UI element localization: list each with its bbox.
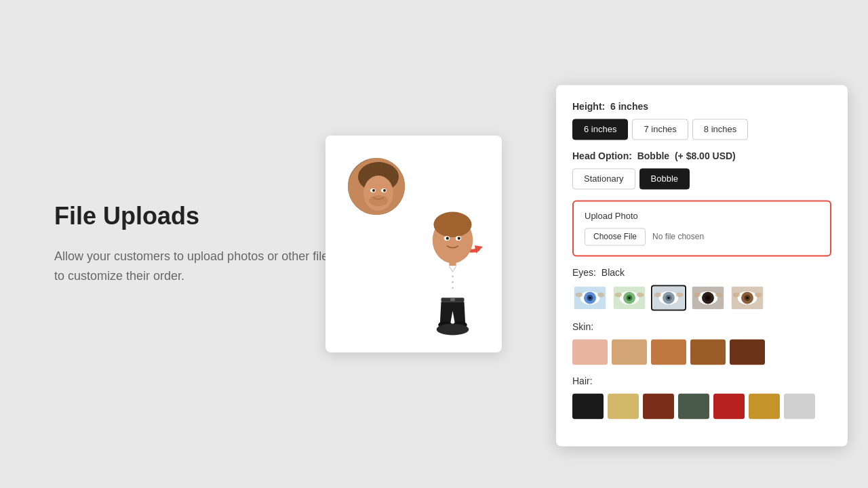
hair-swatch-black[interactable]	[572, 393, 604, 419]
skin-swatch-tan[interactable]	[690, 339, 726, 365]
svg-point-10	[433, 212, 471, 237]
svg-point-30	[597, 292, 605, 297]
head-option-row: Head Option: Bobble (+ $8.00 USD) Statio…	[572, 150, 831, 189]
page-description: Allow your customers to upload photos or…	[54, 247, 339, 286]
svg-point-6	[383, 189, 386, 192]
head-btn-stationary[interactable]: Stationary	[572, 168, 635, 189]
eye-svg-gray	[652, 286, 685, 309]
eyes-option-row: Eyes: Black	[572, 267, 831, 310]
hair-swatch-silver[interactable]	[784, 393, 815, 419]
eye-swatch-brown[interactable]	[730, 285, 765, 310]
skin-swatch-medium[interactable]	[651, 339, 686, 365]
svg-point-51	[715, 292, 723, 297]
hair-swatch-golden[interactable]	[749, 393, 780, 419]
hair-swatch-auburn[interactable]	[643, 393, 674, 419]
human-photo-container	[346, 156, 407, 217]
svg-point-35	[628, 297, 631, 300]
svg-point-23	[437, 324, 469, 336]
svg-point-50	[694, 292, 701, 297]
eye-swatch-green[interactable]	[612, 285, 647, 310]
hair-label: Hair:	[572, 375, 831, 386]
height-label: Height: 6 inches	[572, 101, 831, 112]
svg-point-49	[707, 297, 709, 300]
eye-svg-green	[613, 286, 646, 309]
eye-swatch-dark[interactable]	[690, 285, 726, 310]
height-btn-group: 6 inches 7 inches 8 inches	[572, 119, 831, 140]
eye-svg-blue	[574, 286, 606, 309]
svg-point-13	[446, 237, 449, 240]
svg-point-7	[369, 195, 388, 206]
photo-card	[326, 136, 502, 352]
hair-swatch-dark-green[interactable]	[678, 393, 709, 419]
head-btn-bobble[interactable]: Bobble	[639, 168, 690, 189]
eye-svg-dark	[692, 286, 724, 309]
hair-swatch-red[interactable]	[713, 393, 745, 419]
height-btn-7[interactable]: 7 inches	[632, 119, 688, 140]
svg-point-44	[676, 292, 684, 297]
skin-swatches	[572, 339, 831, 365]
svg-rect-20	[450, 298, 455, 301]
svg-point-58	[755, 292, 762, 297]
svg-point-28	[589, 297, 591, 300]
svg-point-29	[576, 292, 583, 297]
human-photo	[346, 156, 407, 217]
height-btn-8[interactable]: 8 inches	[692, 119, 748, 140]
head-btn-group: Stationary Bobble	[572, 168, 831, 189]
file-input-row: Choose File No file chosen	[585, 228, 819, 245]
skin-option-row: Skin:	[572, 321, 831, 365]
svg-point-18	[452, 287, 454, 289]
height-btn-6[interactable]: 6 inches	[572, 119, 628, 140]
skin-swatch-peach[interactable]	[612, 339, 647, 365]
svg-point-17	[452, 281, 454, 283]
human-face-svg	[348, 158, 407, 217]
upload-box: Upload Photo Choose File No file chosen	[572, 200, 831, 256]
svg-point-16	[452, 276, 454, 278]
svg-point-43	[654, 292, 662, 297]
skin-swatch-light-pink[interactable]	[572, 339, 608, 365]
left-section: File Uploads Allow your customers to upl…	[54, 202, 339, 286]
hair-option-row: Hair:	[572, 375, 831, 419]
svg-point-36	[615, 292, 623, 297]
svg-point-37	[637, 292, 644, 297]
page-title: File Uploads	[54, 202, 339, 230]
choose-file-button[interactable]: Choose File	[585, 228, 646, 245]
skin-swatch-dark[interactable]	[730, 339, 765, 365]
no-file-text: No file chosen	[652, 232, 704, 241]
bobble-figure-container	[424, 204, 481, 342]
bobble-figure-svg	[424, 204, 481, 340]
eyes-swatches	[572, 285, 831, 310]
eye-swatch-blue[interactable]	[572, 285, 608, 310]
svg-point-57	[733, 292, 741, 297]
skin-label: Skin:	[572, 321, 831, 332]
svg-point-42	[667, 297, 670, 300]
hair-swatches	[572, 393, 831, 419]
height-option-row: Height: 6 inches 6 inches 7 inches 8 inc…	[572, 101, 831, 140]
svg-point-5	[372, 189, 375, 192]
eyes-label: Eyes: Black	[572, 267, 831, 278]
svg-point-56	[746, 297, 749, 300]
eye-svg-brown	[731, 286, 764, 309]
hair-swatch-blonde[interactable]	[608, 393, 639, 419]
head-label: Head Option: Bobble (+ $8.00 USD)	[572, 150, 831, 161]
product-card: Height: 6 inches 6 inches 7 inches 8 inc…	[556, 85, 848, 446]
upload-title: Upload Photo	[585, 211, 819, 221]
eye-swatch-gray[interactable]	[651, 285, 686, 310]
svg-point-14	[458, 237, 460, 240]
